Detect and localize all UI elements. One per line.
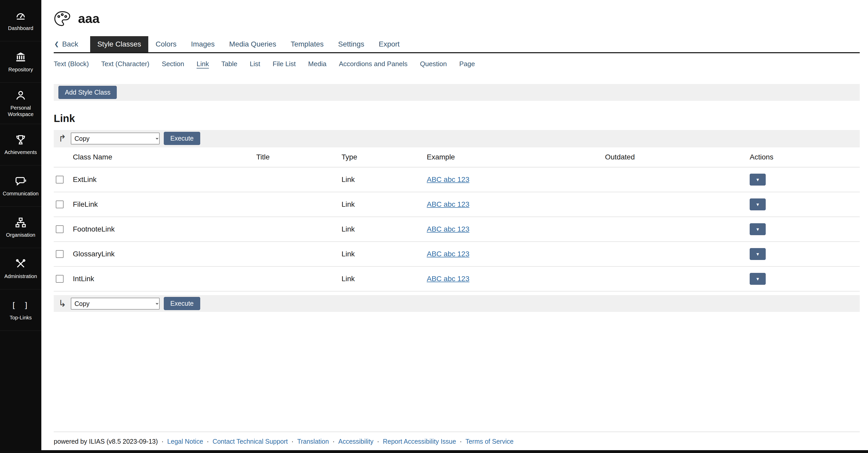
sidebar-item-label: Organisation bbox=[4, 232, 37, 238]
row-actions-dropdown[interactable]: ▾ bbox=[750, 223, 766, 235]
tab-export[interactable]: Export bbox=[371, 36, 407, 52]
style-classes-table: Class Name Title Type Example Outdated A… bbox=[54, 147, 860, 292]
sidebar-item-label: Repository bbox=[7, 66, 35, 73]
sidebar-item-organisation[interactable]: Organisation bbox=[0, 207, 41, 248]
sidebar-item-administration[interactable]: Administration bbox=[0, 248, 41, 290]
footer-link-terms-of-service[interactable]: Terms of Service bbox=[466, 438, 514, 445]
dot-separator: · bbox=[207, 438, 209, 445]
footer-link-accessibility[interactable]: Accessibility bbox=[338, 438, 373, 445]
subtab-text-character[interactable]: Text (Character) bbox=[101, 60, 149, 68]
sidebar-item-dashboard[interactable]: Dashboard bbox=[0, 0, 41, 41]
tab-settings[interactable]: Settings bbox=[331, 36, 371, 52]
subtab-list[interactable]: List bbox=[250, 60, 260, 68]
subtab-link[interactable]: Link bbox=[196, 60, 209, 68]
add-style-class-button[interactable]: Add Style Class bbox=[58, 86, 117, 99]
row-footnotelink: FootnoteLink Link ABC abc 123 ▾ bbox=[54, 217, 860, 242]
back-label: Back bbox=[62, 40, 78, 48]
row-actions-dropdown[interactable]: ▾ bbox=[750, 273, 766, 285]
outdated-cell bbox=[602, 242, 747, 266]
execute-button[interactable]: Execute bbox=[164, 132, 200, 145]
dot-separator: · bbox=[291, 438, 293, 445]
class-name-cell: IntLink bbox=[70, 266, 254, 291]
crossed-tools-icon bbox=[14, 258, 27, 270]
title-cell bbox=[254, 217, 339, 242]
footer-link-contact-technical-support[interactable]: Contact Technical Support bbox=[213, 438, 288, 445]
row-checkbox[interactable] bbox=[56, 176, 64, 183]
back-button[interactable]: ❮ Back bbox=[54, 36, 90, 52]
subtab-file-list[interactable]: File List bbox=[273, 60, 296, 68]
tab-colors[interactable]: Colors bbox=[148, 36, 184, 52]
bottom-bar bbox=[0, 450, 868, 453]
type-cell: Link bbox=[339, 266, 424, 291]
class-name-cell: GlossaryLink bbox=[70, 242, 254, 266]
example-link[interactable]: ABC abc 123 bbox=[427, 176, 469, 183]
subtab-page[interactable]: Page bbox=[459, 60, 475, 68]
sidebar-item-repository[interactable]: Repository bbox=[0, 41, 41, 83]
tab-media-queries[interactable]: Media Queries bbox=[222, 36, 283, 52]
subtab-table[interactable]: Table bbox=[221, 60, 238, 68]
execute-button-bottom[interactable]: Execute bbox=[164, 297, 200, 310]
bulk-actions-top: ↱ Copy Execute bbox=[54, 130, 860, 147]
caret-down-icon: ▾ bbox=[756, 202, 759, 207]
brackets-icon: [ ] bbox=[14, 299, 27, 311]
footer-link-report-accessibility-issue[interactable]: Report Accessibility Issue bbox=[383, 438, 456, 445]
tabs-list: Style Classes Colors Images Media Querie… bbox=[90, 36, 407, 52]
arrow-up-right-icon: ↱ bbox=[58, 134, 66, 143]
tab-images[interactable]: Images bbox=[184, 36, 222, 52]
row-actions-dropdown[interactable]: ▾ bbox=[750, 248, 766, 260]
type-cell: Link bbox=[339, 242, 424, 266]
column-header-title: Title bbox=[254, 147, 339, 167]
sidebar-item-label: Personal Workspace bbox=[0, 105, 41, 118]
page-header: aaa bbox=[54, 0, 860, 27]
example-link[interactable]: ABC abc 123 bbox=[427, 225, 469, 233]
toolbar: Add Style Class bbox=[54, 84, 860, 101]
tab-bar: ❮ Back Style Classes Colors Images Media… bbox=[54, 36, 860, 53]
tab-style-classes[interactable]: Style Classes bbox=[90, 36, 149, 52]
footer-links: · Legal Notice · Contact Technical Suppo… bbox=[161, 438, 514, 445]
sidebar-item-label: Administration bbox=[3, 273, 39, 280]
sidebar-item-personal-workspace[interactable]: Personal Workspace bbox=[0, 83, 41, 124]
subtab-section[interactable]: Section bbox=[162, 60, 184, 68]
footer-link-legal-notice[interactable]: Legal Notice bbox=[167, 438, 203, 445]
bulk-actions-bottom: ↳ Copy Execute bbox=[54, 295, 860, 312]
dashboard-icon bbox=[14, 9, 27, 22]
arrow-down-right-icon: ↳ bbox=[58, 299, 66, 308]
row-extlink: ExtLink Link ABC abc 123 ▾ bbox=[54, 167, 860, 192]
subtab-question[interactable]: Question bbox=[420, 60, 447, 68]
bulk-action-select[interactable]: Copy bbox=[71, 132, 160, 145]
subtab-media[interactable]: Media bbox=[308, 60, 327, 68]
row-checkbox[interactable] bbox=[56, 250, 64, 258]
type-cell: Link bbox=[339, 167, 424, 192]
row-checkbox[interactable] bbox=[56, 225, 64, 233]
chevron-left-icon: ❮ bbox=[54, 41, 59, 47]
row-actions-dropdown[interactable]: ▾ bbox=[750, 199, 766, 210]
caret-down-icon: ▾ bbox=[756, 177, 759, 182]
example-link[interactable]: ABC abc 123 bbox=[427, 250, 469, 258]
row-checkbox[interactable] bbox=[56, 201, 64, 208]
tab-templates[interactable]: Templates bbox=[283, 36, 331, 52]
sidebar-item-communication[interactable]: Communication bbox=[0, 165, 41, 207]
outdated-cell bbox=[602, 167, 747, 192]
dot-separator: · bbox=[377, 438, 379, 445]
row-glossarylink: GlossaryLink Link ABC abc 123 ▾ bbox=[54, 242, 860, 266]
sidebar-item-label: Achievements bbox=[3, 149, 38, 156]
main-content: aaa ❮ Back Style Classes Colors Images M… bbox=[41, 0, 868, 453]
footer-link-translation[interactable]: Translation bbox=[297, 438, 329, 445]
example-link[interactable]: ABC abc 123 bbox=[427, 275, 469, 283]
sidebar-item-top-links[interactable]: [ ] Top-Links bbox=[0, 290, 41, 331]
bulk-action-select-bottom[interactable]: Copy bbox=[71, 298, 160, 309]
column-header-type: Type bbox=[339, 147, 424, 167]
example-link[interactable]: ABC abc 123 bbox=[427, 200, 469, 208]
subtab-text-block[interactable]: Text (Block) bbox=[54, 60, 89, 68]
subtab-accordions-and-panels[interactable]: Accordions and Panels bbox=[339, 60, 408, 68]
sidebar-item-achievements[interactable]: Achievements bbox=[0, 124, 41, 165]
caret-down-icon: ▾ bbox=[756, 227, 759, 232]
row-checkbox[interactable] bbox=[56, 275, 64, 283]
section-heading: Link bbox=[54, 113, 860, 124]
title-cell bbox=[254, 192, 339, 217]
table-header-row: Class Name Title Type Example Outdated A… bbox=[54, 147, 860, 167]
outdated-cell bbox=[602, 217, 747, 242]
type-cell: Link bbox=[339, 217, 424, 242]
powered-by-text: powered by ILIAS (v8.5 2023-09-13) bbox=[54, 438, 158, 445]
row-actions-dropdown[interactable]: ▾ bbox=[750, 174, 766, 185]
